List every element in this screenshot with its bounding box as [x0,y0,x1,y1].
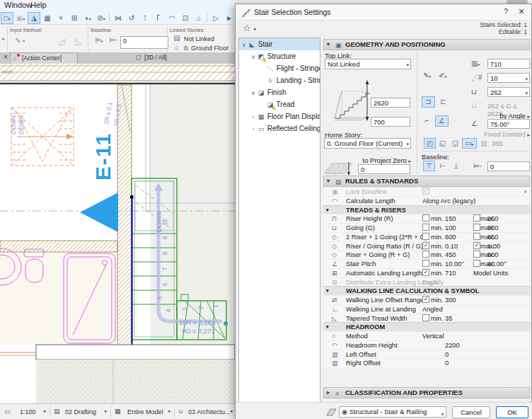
min-value[interactable]: 150 [445,214,456,224]
collapse-arrow-icon[interactable]: ▾ [326,287,329,296]
model-flyout-arrow[interactable]: ▸ [168,408,171,414]
max-value[interactable]: 600 [487,251,499,260]
rule-value[interactable]: Along Arc (legacy) [422,197,475,206]
top-link-select[interactable]: Not Linked▾ [325,59,411,69]
collapse-chevron-icon[interactable]: ∨ [250,51,257,63]
max-value[interactable]: 40.00° [487,260,507,269]
curtain-wall-tool-icon[interactable]: ▦ [41,12,54,24]
total-height-field[interactable]: 2620 [371,98,410,108]
section-marker-triangle[interactable] [80,193,118,232]
menu-window[interactable]: Window [4,1,32,9]
pen-set-button[interactable]: ✐▸ [436,70,450,81]
prev-group-arrow-icon[interactable]: ▸ [1,36,6,42]
to-project-zero-flyout[interactable]: to Project Zero ▸ [354,156,411,164]
show-story-button-3[interactable]: ◲ [449,138,461,149]
layout-book-icon[interactable]: ▤ [54,408,60,415]
cancel-button[interactable]: Cancel [452,406,490,418]
rules-subheader-walking-line-calculation-symbol[interactable]: ▾WALKING LINE CALCULATION & SYMBOL [323,286,530,295]
rule-value[interactable]: Vertical [422,332,444,341]
dialog-title-bar[interactable]: Stair Selection Settings ? ✕ [236,4,531,21]
flag-a-icon[interactable]: ▷ [209,12,222,24]
mesh-tool-icon[interactable]: ⊞ [68,12,81,24]
corner-icon[interactable]: Γ [152,12,165,24]
layer-select[interactable]: ◉ Structural - Stair & Railing ▸ [339,406,446,418]
checkbox[interactable] [473,251,480,258]
show-story-button-1[interactable]: ◰ [424,138,436,149]
min-value[interactable]: 710 [445,269,456,278]
level-icon[interactable]: ⊺ [139,12,151,24]
expand-chevron-icon[interactable]: › [250,123,257,135]
floor-plan-canvas[interactable]: nisoft. DOWN DOWN 2R x 0.1 1G x 0.2 [0,64,235,403]
checkbox[interactable]: ✓ [422,269,429,276]
min-value[interactable]: 450 [445,251,456,260]
min-value[interactable]: 0.10 [445,242,458,251]
flag-b-icon[interactable]: ► [223,12,235,24]
min-value[interactable]: 10.00° [445,260,464,269]
checkbox[interactable] [422,260,429,267]
top-link-story-value[interactable]: Not Linked [184,35,214,42]
rule-value[interactable]: 2200 [445,341,460,350]
checkbox[interactable]: ✓ [422,242,429,249]
collapse-arrow-icon[interactable]: ▾ [326,206,329,215]
collapse-chevron-icon[interactable]: ∨ [241,39,248,51]
pen-set-value[interactable]: 03 Architectu... [188,408,231,415]
max-value[interactable]: 1.00 [487,242,500,251]
section-geometry[interactable]: ▾▣ GEOMETRY AND POSITIONING [323,39,530,50]
scale-flyout-arrow[interactable]: ▸ [44,408,47,414]
baseline-offset-field[interactable]: 0 [120,36,168,49]
tree-item-reflected-ceiling-plan-dis[interactable]: ›▭ Reflected Ceiling Plan Dis [239,122,320,134]
tree-item-tread[interactable]: ◪ Tread [239,98,320,110]
story-offset-field[interactable]: 0 [358,164,410,174]
layout-flyout-arrow[interactable]: ▸ [105,408,108,414]
min-value[interactable]: 600 [445,233,456,242]
checkbox[interactable] [422,233,429,240]
baseline-left-button[interactable]: ⊤ [423,161,435,171]
intersect-icon[interactable]: × [54,12,67,24]
show-story-button-2[interactable]: ◱ [436,138,449,149]
view-3d-label[interactable]: [3D / All] [144,54,167,61]
going-free-button[interactable]: ⊏ [436,96,450,108]
favorites-star-icon[interactable]: ☆ [243,23,251,33]
rule-value[interactable]: 0 [445,359,449,368]
section-rules[interactable]: ▾▤ RULES & STANDARDS [323,176,530,187]
checkbox[interactable] [473,214,480,222]
menu-help[interactable]: Help [30,1,47,9]
tree-item-floor-plan-display[interactable]: ›▦ Floor Plan Display [239,110,320,122]
lock-icon[interactable]: ▣▾ [14,12,27,24]
rules-scroll-up-arrow[interactable]: ▴ [524,188,527,194]
slope-pen-button[interactable]: ✎▸ [420,70,434,81]
pen-flyout-arrow[interactable]: ▸ [231,408,233,414]
checkbox[interactable] [473,233,480,240]
baseline-center-button[interactable]: ⊢ [436,161,449,171]
roof-icon[interactable]: ⌂ [192,12,205,24]
collapse-chevron-icon[interactable]: ∨ [250,87,257,99]
max-value[interactable]: 350 [487,224,499,233]
model-filter-icon[interactable]: ▦ [115,408,121,415]
checkbox[interactable] [422,314,429,321]
tree-item-structure[interactable]: ∨◩ Structure [239,50,320,62]
fixed-center-flyout[interactable]: Fixed (center) ▸ [473,130,530,138]
tree-item-finish[interactable]: ∨◪ Finish [239,86,320,98]
ok-button[interactable]: OK [496,406,528,418]
rules-subheader-headroom[interactable]: ▾HEADROOM [323,322,530,331]
collapse-arrow-icon[interactable]: ▾ [326,323,329,332]
min-value[interactable]: 100 [445,224,456,233]
going-lock-button[interactable]: ⊐ [422,96,435,108]
baseline-right-button[interactable]: ⊥ [450,161,462,171]
baseline-left-icon[interactable]: ⊫▸ [92,36,106,44]
checkbox[interactable] [422,224,429,231]
min-value[interactable]: 35 [445,314,452,323]
tab-action-center[interactable]: ⌂ [Action Center] [10,52,78,64]
help-button[interactable]: ? [500,7,511,16]
riser-height-select[interactable]: 262▾ [487,87,530,97]
by-height-button[interactable]: ⌐ [420,115,434,127]
home-story-select[interactable]: 0. Ground Floor (Current)▾ [324,138,411,149]
by-angle-button[interactable]: ∠ [435,115,449,127]
rule-value[interactable]: 0 [445,350,449,360]
landing-input-icon[interactable]: ◺ [72,36,85,46]
adjust-icon[interactable]: ↺ [125,12,138,24]
min-value[interactable]: 300 [445,296,456,305]
max-value[interactable]: 250 [487,214,499,224]
flight-input-icon[interactable]: ◿ [55,36,68,46]
checkbox[interactable] [473,260,480,267]
